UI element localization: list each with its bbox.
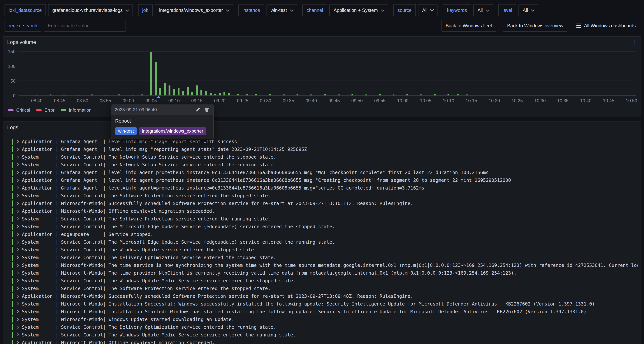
log-row[interactable]: System | Service Control| The Network Se…: [12, 153, 638, 161]
log-row[interactable]: Application | Grafana Agent | level=info…: [12, 184, 638, 192]
chevron-right-icon[interactable]: [16, 163, 19, 166]
log-row[interactable]: Application | Microsoft-Windo| Offline d…: [12, 207, 638, 215]
variable-loki_datasource: loki_datasource grafanacloud-vzhuravlevl…: [4, 4, 133, 16]
log-row[interactable]: System | Microsoft-Windo| The time servi…: [12, 261, 638, 269]
log-row[interactable]: Application | edgeupdate | Service stopp…: [12, 231, 638, 238]
legend-label: Critical: [16, 107, 30, 113]
log-row[interactable]: System | Microsoft-Windo| Windows Update…: [12, 316, 638, 323]
chevron-right-icon[interactable]: [16, 326, 19, 329]
variable-select[interactable]: win-test: [266, 4, 297, 16]
trash-icon[interactable]: [204, 107, 210, 113]
chevron-right-icon[interactable]: [16, 202, 19, 205]
annotation-tags: win-testintegrations/windows_exporter: [115, 127, 210, 135]
grafana-dashboard: { "variables": [ {"label": "loki_datasou…: [0, 0, 644, 344]
log-row[interactable]: Application | Grafana Agent | level=info…: [12, 176, 638, 184]
log-level-indicator: [12, 340, 14, 344]
log-line-text: System | Service Control| The Software P…: [22, 193, 271, 198]
variable-label[interactable]: job: [138, 4, 153, 16]
bar-information: [352, 94, 353, 95]
tag-integrations/windows_exporter[interactable]: integrations/windows_exporter: [139, 127, 206, 135]
log-row[interactable]: System | Microsoft-Windo| The time provi…: [12, 269, 638, 277]
variable-label[interactable]: level: [498, 4, 516, 16]
chevron-right-icon[interactable]: [16, 318, 19, 321]
chevron-right-icon[interactable]: [16, 233, 19, 236]
chevron-right-icon[interactable]: [16, 225, 19, 228]
log-row[interactable]: Application | Microsoft-Windo| Successfu…: [12, 200, 638, 207]
variable-select[interactable]: All: [518, 4, 538, 16]
chevron-right-icon[interactable]: [16, 272, 19, 275]
chevron-right-icon[interactable]: [16, 217, 19, 221]
variable-select[interactable]: All: [473, 4, 493, 16]
annotation-marker[interactable]: [157, 96, 160, 98]
chevron-right-icon[interactable]: [16, 279, 19, 282]
chevron-right-icon[interactable]: [16, 256, 19, 259]
chevron-down-icon: [430, 8, 434, 11]
chevron-right-icon[interactable]: [16, 264, 19, 267]
log-row[interactable]: Application | Grafana Agent | level=info…: [12, 138, 638, 145]
log-row[interactable]: System | Service Control| The Windows Up…: [12, 277, 638, 285]
chevron-right-icon[interactable]: [16, 248, 19, 251]
chevron-right-icon[interactable]: [16, 148, 19, 151]
logs-panel-header[interactable]: Logs: [4, 122, 640, 133]
regex-search-input[interactable]: [44, 20, 126, 32]
chevron-right-icon[interactable]: [16, 341, 19, 344]
log-row[interactable]: System | Service Control| The Network Se…: [12, 161, 638, 169]
x-axis-tick: 10:20: [489, 98, 500, 103]
chevron-right-icon[interactable]: [16, 295, 19, 298]
chevron-right-icon[interactable]: [16, 310, 19, 313]
logs-volume-panel-header[interactable]: Logs volume ⋮: [4, 36, 640, 48]
log-level-indicator: [12, 324, 14, 330]
legend-item-information[interactable]: Information: [60, 107, 92, 113]
log-level-indicator: [12, 208, 14, 214]
tag-win-test[interactable]: win-test: [115, 127, 137, 135]
chevron-right-icon[interactable]: [16, 303, 19, 306]
chevron-right-icon[interactable]: [16, 156, 19, 159]
x-axis-tick: 08:40: [31, 98, 42, 103]
bar-information: [91, 94, 93, 95]
variable-select[interactable]: Application + System: [329, 4, 388, 16]
chevron-right-icon[interactable]: [16, 194, 19, 197]
annotation-timestamp: 2023-09-21 09:06:40: [115, 107, 192, 112]
log-row[interactable]: System | Service Control| The Delivery O…: [12, 254, 638, 261]
all-windows-dashboards-button[interactable]: All Windows dashboards: [573, 20, 640, 32]
log-row[interactable]: Application | Microsoft-Windo| Successfu…: [12, 292, 638, 300]
log-row[interactable]: System | Service Control| The Software P…: [12, 215, 638, 223]
chevron-right-icon[interactable]: [16, 241, 19, 244]
legend-item-error[interactable]: Error: [36, 107, 54, 113]
log-row[interactable]: System | Microsoft-Windo| Installation S…: [12, 300, 638, 308]
log-line-text: System | Service Control| The Windows Up…: [22, 278, 296, 284]
back-to-windows-fleet-button[interactable]: Back to Windows fleet: [442, 20, 496, 32]
chevron-right-icon[interactable]: [16, 140, 19, 143]
log-row[interactable]: System | Service Control| The Microsoft …: [12, 223, 638, 231]
log-row[interactable]: Application | Grafana Agent | level=info…: [12, 145, 638, 153]
log-row[interactable]: Application | Grafana Agent | level=info…: [12, 169, 638, 176]
log-row[interactable]: System | Service Control| The Windows Up…: [12, 331, 638, 339]
chevron-right-icon[interactable]: [16, 187, 19, 190]
chevron-right-icon[interactable]: [16, 287, 19, 290]
chevron-down-icon: [126, 8, 129, 11]
back-to-windows-overview-button[interactable]: Back to Windows overview: [503, 20, 567, 32]
log-row[interactable]: System | Service Control| The Software P…: [12, 285, 638, 292]
plot-area[interactable]: [18, 52, 636, 96]
variable-label[interactable]: source: [393, 4, 416, 16]
log-row[interactable]: System | Microsoft-Windo| Installation S…: [12, 308, 638, 316]
variable-label[interactable]: loki_datasource: [4, 4, 46, 16]
chevron-right-icon[interactable]: [16, 334, 19, 337]
kebab-menu-icon[interactable]: ⋮: [632, 38, 638, 46]
log-row[interactable]: System | Service Control| The Windows Up…: [12, 246, 638, 254]
legend-item-critical[interactable]: Critical: [8, 107, 30, 113]
variable-select[interactable]: All: [418, 4, 438, 16]
variable-label[interactable]: instance: [238, 4, 264, 16]
log-row[interactable]: System | Service Control| The Delivery O…: [12, 323, 638, 331]
chevron-right-icon[interactable]: [16, 171, 19, 174]
variable-select[interactable]: integrations/windows_exporter: [155, 4, 233, 16]
pencil-icon[interactable]: [195, 107, 201, 113]
variable-label[interactable]: keywords: [443, 4, 471, 16]
log-row[interactable]: System | Service Control| The Microsoft …: [12, 238, 638, 246]
variable-select[interactable]: grafanacloud-vzhuravlevlabs-logs: [48, 4, 133, 16]
chevron-right-icon[interactable]: [16, 179, 19, 182]
variable-label[interactable]: channel: [302, 4, 327, 16]
chevron-right-icon[interactable]: [16, 210, 19, 213]
log-row[interactable]: System | Service Control| The Software P…: [12, 192, 638, 200]
log-row[interactable]: Application | Microsoft-Windo| Offline d…: [12, 339, 638, 344]
